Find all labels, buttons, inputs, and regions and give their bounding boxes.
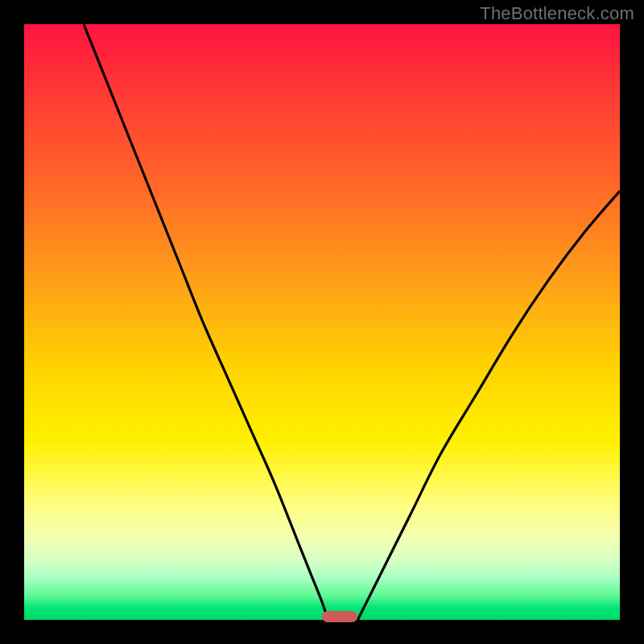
plot-area	[24, 24, 620, 620]
left-branch-path	[84, 24, 328, 620]
right-branch-path	[357, 191, 620, 620]
chart-frame: TheBottleneck.com	[0, 0, 644, 644]
curves-svg	[24, 24, 620, 620]
bottleneck-marker	[322, 611, 357, 622]
watermark-text: TheBottleneck.com	[480, 3, 634, 24]
